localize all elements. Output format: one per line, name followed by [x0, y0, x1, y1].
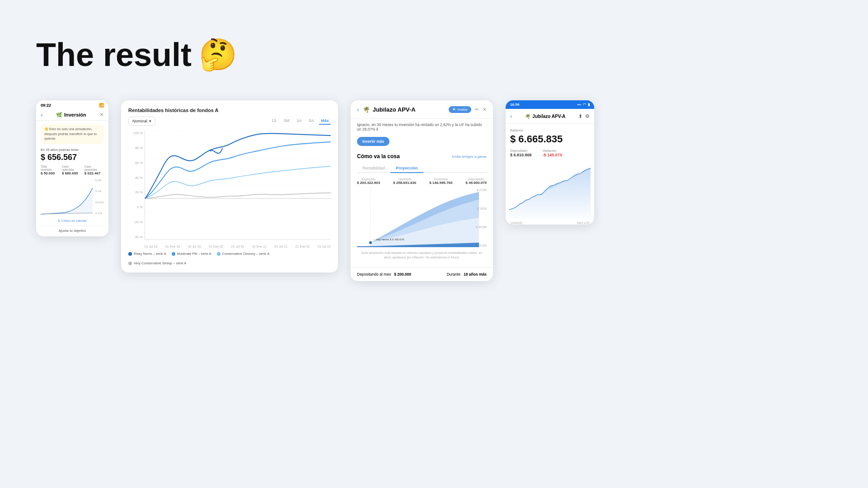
jubilazo-desktop-card: ‹ 🌴 Jubilazo APV-A 👁 Visible ✏ ✕ Ignacio…: [351, 100, 493, 281]
balance-label: Balance: [510, 128, 590, 132]
projection-chart: $ 272M $ 181M $ 90.5M $ 929: [357, 188, 487, 247]
visible-badge[interactable]: 👁 Visible: [449, 106, 471, 113]
mobile-chart-4: [509, 164, 591, 219]
battery-icon: ▮: [588, 103, 590, 107]
tab-proyeccion[interactable]: Proyección: [390, 164, 423, 173]
invest-more-button[interactable]: Invertir más: [357, 137, 389, 146]
fund-title-3: 🌴 Jubilazo APV-A: [363, 106, 416, 113]
y-axis-labels-2: 100 % 80 % 60 % 40 % 20 % 0 % -20 % -40 …: [128, 131, 143, 239]
legend-conservative: Conservative Clooney – serie A: [217, 252, 270, 256]
nominal-select[interactable]: Nominal ▾: [128, 117, 155, 126]
mobile-jubilazo-card: 16:59 ▪▪▪ ◠ ▮ ‹ 🌴 Jubilazo APV-A ⬆ ⚙: [506, 100, 594, 225]
card3-subtitle: Ignacio, en 30 meses tu inversión ha ren…: [351, 119, 493, 135]
invite-link[interactable]: Invita amigos a ganar: [452, 155, 487, 159]
stat-depositado: Depositado $ 49.900.079: [465, 178, 487, 185]
tab-1s[interactable]: 1S: [270, 117, 278, 125]
variacion-stat: Variación -$ 145.073: [543, 149, 562, 157]
calculate-link[interactable]: ℹ Cómo se calcula: [41, 219, 104, 223]
big-amount: $ 656.567: [41, 153, 104, 162]
duration-label: Durante 18 años más: [447, 272, 487, 277]
simulation-note: 👋 Esto es solo una simulación, después p…: [41, 124, 104, 144]
legend-dot-moderate: [172, 252, 175, 256]
mobile-nav-title: 🌿 Inversión: [56, 112, 86, 118]
tab-5a[interactable]: 5A: [307, 117, 315, 125]
years-label: En 25 años podrías tener: [41, 148, 104, 152]
historical-chart-area: [145, 131, 331, 239]
legend-dot-very-conservative: [128, 262, 132, 265]
page-container: The result 🤔 09:22 📶 ‹ 🌿 Inversión ✕ 👋 E: [0, 0, 868, 308]
stat-optimista: Optimista $ 258.691.630: [393, 178, 416, 185]
tab-max[interactable]: Máx: [319, 117, 331, 125]
status-icons-4: ▪▪▪ ◠ ▮: [577, 103, 590, 107]
thinking-emoji: 🤔: [199, 37, 237, 73]
back-arrow-icon[interactable]: ‹: [41, 111, 43, 118]
chart-wrapper: 100 % 80 % 60 % 40 % 20 % 0 % -20 % -40 …: [128, 131, 331, 248]
status-bar: 09:22 📶: [36, 100, 108, 109]
tabs-row-3: Rentabilidad Proyección: [357, 164, 487, 173]
mobile-investment-card: 09:22 📶 ‹ 🌿 Inversión ✕ 👋 Esto es solo u…: [36, 100, 108, 236]
card3-nav-left: ‹ 🌴 Jubilazo APV-A: [357, 106, 416, 113]
share-icon[interactable]: ⬆: [578, 113, 582, 119]
legend-very-conservative: Very Conservative Streep – serie A: [128, 261, 186, 265]
chart-y-labels-3: $ 272M $ 181M $ 90.5M $ 929: [476, 188, 487, 247]
tab-rentabilidad[interactable]: Rentabilidad: [357, 164, 390, 172]
mobile-fund-title-4: 🌴 Jubilazo APV-A: [525, 114, 565, 119]
historical-chart-card: Rentabilidades históricas de fondos A No…: [121, 100, 338, 272]
signal-icon: ▪▪▪: [577, 103, 581, 107]
chart-svg-4: [509, 164, 591, 219]
mobile-nav-4: ‹ 🌴 Jubilazo APV-A ⬆ ⚙: [506, 109, 594, 124]
balance-amount: $ 6.665.835: [510, 133, 590, 145]
page-title: The result 🤔: [36, 36, 237, 73]
mobile-body: 👋 Esto es solo una simulación, después p…: [36, 121, 108, 236]
legend-moderate: Moderate Pitt – serie A: [172, 252, 211, 256]
investment-chart: $ 2M $ 1M $ 605K $ 35K: [41, 179, 104, 215]
stat-optimistic: Caso optimista $ 680.690: [62, 165, 81, 175]
card3-header: ‹ 🌴 Jubilazo APV-A 👁 Visible ✏ ✕: [351, 100, 493, 119]
chart-svg-2: [145, 131, 331, 239]
depositado-stat: Depositado $ 6.810.908: [510, 149, 532, 157]
gear-icon[interactable]: ⚙: [585, 113, 590, 119]
status-bar-4: 16:59 ▪▪▪ ◠ ▮: [506, 100, 594, 109]
adjust-button[interactable]: Ajusta tu objetivo: [41, 225, 104, 233]
como-va-header: Cómo va la cosa Invita amigos a ganar: [357, 153, 487, 160]
back-arrow-icon-4[interactable]: ‹: [510, 113, 512, 120]
deposit-label: Depositando al mes $ 200.000: [357, 272, 411, 277]
info-icon[interactable]: ✕: [483, 107, 487, 113]
time-tabs: 1S 3M 1A 5A Máx: [270, 117, 331, 125]
date-end: 08/11/22: [577, 221, 590, 225]
tab-3m[interactable]: 3M: [282, 117, 291, 125]
mobile-nav-actions: ⬆ ⚙: [578, 113, 590, 119]
svg-text:→ Hoy tienes $ 6.700.079: → Hoy tienes $ 6.700.079: [373, 238, 404, 241]
eye-icon: 👁: [452, 108, 456, 112]
tab-1a[interactable]: 1A: [295, 117, 303, 125]
chart-svg-1: [41, 179, 95, 215]
title-text: The result: [36, 36, 192, 73]
legend-dot-conservative: [217, 252, 221, 256]
chevron-down-icon: ▾: [149, 119, 151, 123]
wifi-icon: ◠: [583, 103, 586, 107]
stat-pessimistic: Caso pesimista $ 622.467: [84, 165, 104, 175]
stat-esperado: Esperado $ 203.322.903: [357, 178, 380, 185]
back-arrow-icon-3[interactable]: ‹: [357, 106, 359, 113]
balance-section: Balance $ 6.665.835 Depositado $ 6.810.9…: [506, 124, 594, 164]
edit-icon[interactable]: ✏: [475, 107, 479, 113]
fund-emoji-3: 🌴: [363, 106, 370, 113]
status-icons: 📶: [99, 103, 104, 108]
projection-stats: Esperado $ 203.322.903 Optimista $ 258.6…: [357, 178, 487, 185]
svg-point-13: [369, 241, 372, 244]
stat-total: Total invertido $ 50.000: [41, 165, 58, 175]
balance-stats: Depositado $ 6.810.908 Variación -$ 145.…: [510, 149, 590, 157]
deposit-footer: Depositando al mes $ 200.000 Durante 18 …: [351, 267, 493, 281]
status-time: 09:22: [41, 103, 51, 108]
legend-risky: Risky Norris – serie A: [128, 252, 166, 256]
close-icon[interactable]: ✕: [99, 112, 104, 118]
simulation-note-3: Esta simulación está basada en retornos …: [357, 251, 487, 260]
stat-pesimista: Pesimista $ 146.995.760: [429, 178, 452, 185]
chart-controls: Nominal ▾ 1S 3M 1A 5A Máx: [128, 117, 331, 126]
status-time-4: 16:59: [510, 103, 519, 107]
chart-dates: 13/04/20 08/11/22: [506, 221, 594, 225]
mobile-nav-bar: ‹ 🌿 Inversión ✕: [36, 109, 108, 121]
legend-dot-risky: [128, 252, 132, 256]
card3-actions: 👁 Visible ✏ ✕: [449, 106, 487, 113]
stats-row: Total invertido $ 50.000 Caso optimista …: [41, 165, 104, 175]
